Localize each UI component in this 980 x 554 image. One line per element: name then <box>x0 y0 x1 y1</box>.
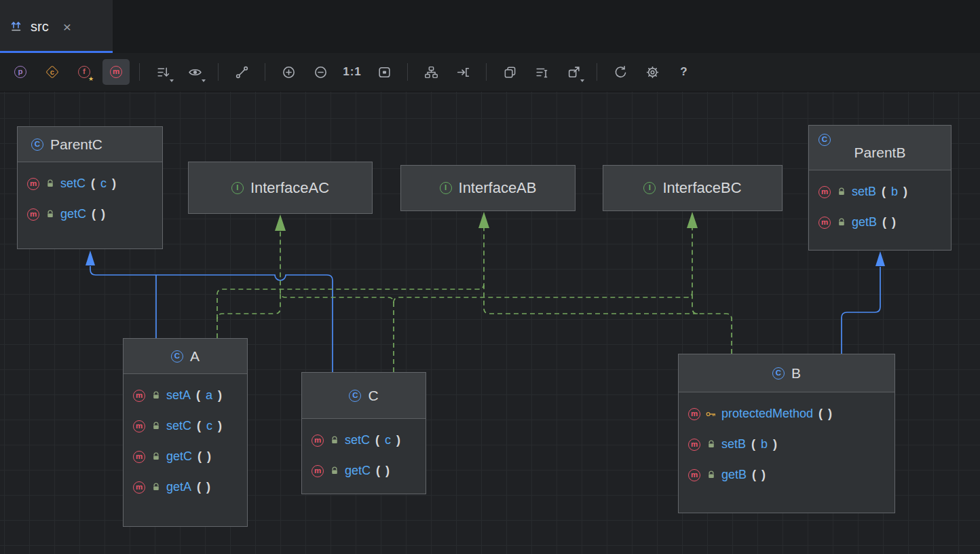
node-ParentB[interactable]: CParentBmsetB(b)mgetB() <box>808 125 951 251</box>
open-in-editor-button[interactable] <box>560 59 587 85</box>
sort-icon <box>156 65 170 79</box>
method-getB[interactable]: mgetB() <box>809 207 951 238</box>
method-getC[interactable]: mgetC() <box>18 199 162 229</box>
method-getC[interactable]: mgetC() <box>124 441 247 472</box>
fields-toggle-button[interactable]: f★ <box>71 59 98 85</box>
fit-content-button[interactable] <box>371 59 398 85</box>
node-A[interactable]: CAmsetA(a)msetC(c)mgetC()mgetA() <box>123 338 248 527</box>
help-icon: ? <box>680 65 687 79</box>
paren-close: ) <box>385 464 390 478</box>
method-icon: m <box>133 390 145 402</box>
method-setB[interactable]: msetB(b) <box>809 177 951 207</box>
method-name: setA <box>166 388 191 403</box>
node-title: ParentB <box>854 145 906 161</box>
method-param: c <box>206 419 212 433</box>
dropdown-caret-icon <box>202 79 206 82</box>
class-icon: C <box>171 350 183 363</box>
interface-icon: I <box>643 182 656 194</box>
edge-A-implements-InterfaceAC[interactable] <box>217 293 280 338</box>
diagram-canvas[interactable]: CParentCmsetC(c)mgetC()IInterfaceACIInte… <box>0 92 980 554</box>
method-protectedMethod[interactable]: mprotectedMethod() <box>679 399 894 429</box>
paren-open: ( <box>882 215 886 229</box>
method-param: a <box>206 388 212 403</box>
public-lock-icon <box>331 466 339 475</box>
properties-toggle-button[interactable]: p <box>7 59 34 85</box>
zoom-out-button[interactable] <box>307 59 334 85</box>
public-lock-icon <box>152 391 160 400</box>
tab-bar: src × <box>0 0 980 53</box>
method-setC[interactable]: msetC(c) <box>124 411 247 441</box>
protected-visibility <box>706 411 716 418</box>
route-edges-button[interactable] <box>449 59 476 85</box>
node-title: A <box>190 348 200 365</box>
paren-close: ) <box>903 185 907 199</box>
paren-open: ( <box>91 177 95 191</box>
close-icon[interactable]: × <box>63 20 71 34</box>
paren-close: ) <box>207 449 211 464</box>
paren-open: ( <box>196 388 200 403</box>
edge-B-implements-InterfaceBC[interactable] <box>692 293 732 354</box>
paren-open: ( <box>376 464 380 478</box>
public-visibility <box>836 187 846 196</box>
node-header: CParentB <box>809 126 951 170</box>
constructors-toggle-icon: c <box>45 65 59 79</box>
paren-open: ( <box>752 468 756 482</box>
sort-members-button[interactable] <box>149 59 176 85</box>
method-getC[interactable]: mgetC() <box>302 456 426 486</box>
copy-diagram-button[interactable] <box>496 59 523 85</box>
toolbar-separator <box>218 63 219 81</box>
actual-size-button[interactable]: 1:1 <box>339 59 366 85</box>
refresh-button[interactable] <box>607 59 634 85</box>
apply-layout-button[interactable] <box>417 59 445 85</box>
node-B[interactable]: CBmprotectedMethod()msetB(b)mgetB() <box>678 354 895 513</box>
node-title: B <box>791 365 801 382</box>
methods-toggle-button[interactable]: m <box>102 59 130 85</box>
method-name: protectedMethod <box>721 407 813 421</box>
show-dependencies-button[interactable] <box>228 59 255 85</box>
public-lock-icon <box>331 436 339 445</box>
node-InterfaceBC[interactable]: IInterfaceBC <box>603 165 783 211</box>
paren-close: ) <box>892 215 896 229</box>
edge-C-implements-InterfaceBC[interactable] <box>394 228 692 303</box>
zoom-in-button[interactable] <box>275 59 302 85</box>
tab-src[interactable]: src × <box>0 0 113 53</box>
method-setB[interactable]: msetB(b) <box>679 429 894 460</box>
interface-icon: I <box>231 182 244 194</box>
edge-A-implements-InterfaceAB[interactable] <box>217 228 484 319</box>
public-visibility <box>836 218 846 227</box>
copy-icon <box>503 65 517 79</box>
edge-B-extends-ParentB[interactable] <box>842 267 880 354</box>
method-getA[interactable]: mgetA() <box>124 472 247 502</box>
node-header: IInterfaceBC <box>603 166 782 210</box>
member-names-button[interactable] <box>528 59 555 85</box>
visibility-level-button[interactable] <box>181 59 208 85</box>
paren-open: ( <box>92 207 96 221</box>
edge-B-implements-InterfaceAB[interactable] <box>484 285 698 314</box>
method-icon: m <box>27 178 39 190</box>
node-header: IInterfaceAC <box>189 162 372 213</box>
arrow-into-InterfaceAB-arrowhead-icon <box>478 212 489 228</box>
node-ParentC[interactable]: CParentCmsetC(c)mgetC() <box>17 126 163 249</box>
method-getB[interactable]: mgetB() <box>679 460 894 490</box>
method-setA[interactable]: msetA(a) <box>124 380 247 411</box>
public-lock-icon <box>46 179 54 188</box>
edge-C-implements-InterfaceAC[interactable] <box>280 231 394 372</box>
method-icon: m <box>818 186 831 198</box>
method-icon: m <box>312 435 324 447</box>
export-icon <box>567 65 581 79</box>
node-InterfaceAB[interactable]: IInterfaceAB <box>400 165 576 211</box>
node-C[interactable]: CCmsetC(c)mgetC() <box>301 372 426 494</box>
constructors-toggle-button[interactable]: c <box>39 59 66 85</box>
paren-close: ) <box>773 437 777 451</box>
node-InterfaceAC[interactable]: IInterfaceAC <box>188 162 373 214</box>
method-setC[interactable]: msetC(c) <box>302 425 426 456</box>
fit-icon <box>377 65 392 79</box>
method-icon: m <box>133 481 145 494</box>
paren-open: ( <box>197 419 201 433</box>
gear-icon <box>645 65 660 79</box>
node-body: msetC(c)mgetC() <box>18 162 162 229</box>
help-button[interactable]: ? <box>671 59 698 85</box>
settings-button[interactable] <box>639 59 666 85</box>
method-setC[interactable]: msetC(c) <box>18 168 162 199</box>
method-icon: m <box>688 439 700 451</box>
